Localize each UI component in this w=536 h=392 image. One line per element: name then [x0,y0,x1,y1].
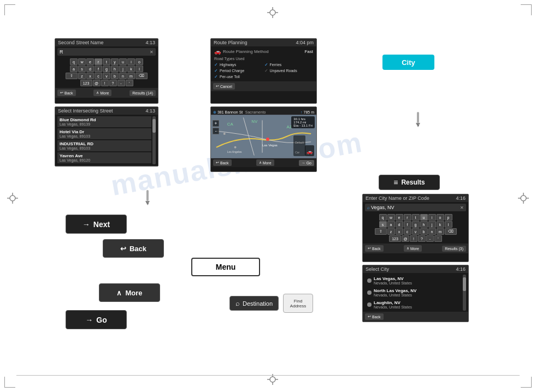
city-kb-input[interactable]: ⌕ Vegas, NV ✕ [365,204,466,211]
city-kb-c[interactable]: c [404,228,411,235]
city-item-1[interactable]: North Las Vegas, NV Nevada, United State… [365,287,462,299]
route-opt-highways[interactable]: ✓ Highways [214,62,263,67]
city-kb-w[interactable]: w [387,214,395,221]
kb-key-a[interactable]: a [70,66,78,72]
kb-key-b[interactable]: b [111,73,119,79]
kb-key-z[interactable]: z [78,73,86,79]
keyboard-back-btn-1[interactable]: ↩ Back [57,90,76,96]
keyboard-more-btn-1[interactable]: ∧ More [93,90,111,96]
city-kb-clear[interactable]: ✕ [460,205,464,210]
city-kb-i[interactable]: i [428,214,436,221]
destination-button[interactable]: ⌕ Destination [229,296,279,311]
results-button[interactable]: ≡ Results [379,175,440,190]
city-kb-n[interactable]: n [428,228,436,235]
kb-key-r[interactable]: r [95,58,102,65]
back-button[interactable]: ↩ Back [103,239,164,258]
kb-key-at[interactable]: @ [93,80,101,86]
city-kb-r[interactable]: r [404,214,411,221]
kb-key-question[interactable]: ? [109,80,117,86]
city-kb-x[interactable]: x [396,228,403,235]
list-item-2[interactable]: INDUSTRIAL RD Las Vegas, 89103 [57,140,151,151]
city-kb-h[interactable]: h [420,221,428,228]
city-item-2[interactable]: Laughlin, NV Nevada, United States [365,299,462,311]
city-kb-dash[interactable]: - [426,235,434,242]
city-kb-123[interactable]: 123 [389,235,401,242]
city-kb-apos[interactable]: ' [434,235,442,242]
kb-key-j[interactable]: j [119,66,127,72]
kb-key-v[interactable]: v [103,73,110,79]
more-button[interactable]: ∧ More [99,283,160,302]
kb-key-s[interactable]: s [78,66,86,72]
city-kb-o[interactable]: o [437,214,444,221]
list-item-1[interactable]: Hotel Via Dr Las Vegas, 89103 [57,128,151,139]
city-kb-t[interactable]: t [412,214,420,221]
city-kb-del[interactable]: ⌫ [445,228,457,235]
find-address-button[interactable]: Find Address [283,294,313,313]
kb-key-y[interactable]: y [111,58,119,65]
kb-key-e[interactable]: e [86,58,94,65]
next-button[interactable]: → Next [66,215,127,234]
kb-key-dash[interactable]: - [117,80,125,86]
kb-key-t[interactable]: t [103,58,110,65]
kb-key-k[interactable]: k [127,66,135,72]
city-kb-s[interactable]: s [379,221,387,228]
kb-key-123[interactable]: 123 [80,80,92,86]
kb-key-shift[interactable]: ⇧ [66,73,78,79]
city-kb-p[interactable]: p [445,214,452,221]
go-button[interactable]: → Go [66,310,127,329]
kb-key-d[interactable]: d [86,66,94,72]
kb-key-apos[interactable]: ' [126,80,133,86]
kb-key-m[interactable]: m [127,73,135,79]
kb-key-g[interactable]: g [103,66,110,72]
city-item-0[interactable]: Las Vegas, NV Nevada, United States [365,275,462,287]
kb-key-w[interactable]: w [78,58,86,65]
city-kb-q[interactable]: q [379,214,387,221]
kb-key-excl[interactable]: ! [101,80,109,86]
kb-key-l[interactable]: l [136,66,143,72]
route-opt-unpaved[interactable]: ✓ Unpaved Roads [264,68,314,73]
city-kb-l[interactable]: l [445,221,452,228]
city-kb-z[interactable]: z [387,228,395,235]
kb-key-i[interactable]: i [127,58,135,65]
city-kb-results-btn[interactable]: Results (3) [442,246,466,252]
city-kb-j[interactable]: j [428,221,436,228]
city-kb-e[interactable]: e [396,214,403,221]
keyboard-input-1[interactable]: R ✕ [57,48,156,56]
city-kb-k[interactable]: k [437,221,444,228]
city-kb-excl[interactable]: ! [410,235,417,242]
city-list-scrollbar[interactable] [463,275,466,311]
keyboard-results-btn-1[interactable]: Results (14) [129,90,156,96]
kb-key-q[interactable]: q [70,58,78,65]
kb-key-h[interactable]: h [111,66,119,72]
city-kb-more-btn[interactable]: ∧ More [404,245,422,252]
map-go-btn[interactable]: → Go [299,160,314,166]
route-opt-ferries[interactable]: ✓ Ferries [264,62,314,67]
keyboard-clear-1[interactable]: ✕ [150,50,154,55]
kb-key-o[interactable]: o [136,58,143,65]
city-kb-v[interactable]: v [412,228,420,235]
city-kb-b[interactable]: b [420,228,428,235]
city-kb-u[interactable]: u [420,214,428,221]
route-opt-period[interactable]: ✓ Period Charge [214,68,263,73]
city-kb-a[interactable]: a [387,221,395,228]
intersect-scrollbar[interactable] [152,116,156,164]
list-item-0[interactable]: Blue Diamond Rd Las Vegas, 89139 [57,116,151,127]
route-opt-peruse[interactable]: ✓ Per-use Toll [214,74,263,79]
city-kb-f[interactable]: f [404,221,411,228]
kb-key-u[interactable]: u [119,58,127,65]
map-back-btn[interactable]: ↩ Back [213,159,232,166]
kb-key-x[interactable]: x [86,73,94,79]
city-kb-back-btn[interactable]: ↩ Back [365,245,384,252]
city-list-back-btn[interactable]: ↩ Back [365,313,384,320]
map-zoom-out[interactable]: - [213,128,219,134]
kb-key-del[interactable]: ⌫ [136,73,148,79]
city-kb-m[interactable]: m [437,228,444,235]
city-kb-question[interactable]: ? [418,235,426,242]
kb-key-n[interactable]: n [119,73,127,79]
list-item-3[interactable]: Yavren Ave Las Vegas, 89120 [57,152,151,163]
map-more-btn[interactable]: ∧ More [256,159,274,166]
menu-button[interactable]: Menu [191,258,260,276]
city-kb-g[interactable]: g [412,221,420,228]
city-kb-shift[interactable]: ⇧ [375,228,387,235]
city-kb-at[interactable]: @ [402,235,409,242]
